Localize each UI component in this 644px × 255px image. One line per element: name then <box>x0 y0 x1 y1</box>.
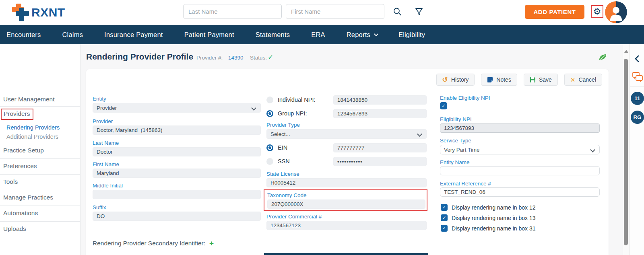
user-avatar[interactable] <box>605 1 627 23</box>
sidebar-item-user-management[interactable]: User Management <box>3 96 55 103</box>
divider <box>0 206 80 206</box>
ssn-field[interactable] <box>333 157 427 166</box>
chevron-down-icon <box>374 32 378 36</box>
first-name-field[interactable] <box>93 169 261 178</box>
chat-icon[interactable] <box>632 72 643 84</box>
sidebar-item-practice-setup[interactable]: Practice Setup <box>3 147 44 154</box>
divider <box>630 86 644 86</box>
sidebar-providers-highlight-box: Providers <box>1 109 33 120</box>
next-section-edge <box>264 253 428 255</box>
divider <box>0 106 80 107</box>
top-header: RXNT ADD PATIENT ⚙ <box>0 0 644 25</box>
group-npi-radio[interactable] <box>266 110 273 117</box>
gear-icon[interactable]: ⚙ <box>593 7 601 16</box>
settings-highlight-box: ⚙ <box>591 5 603 18</box>
nav-eligibility[interactable]: Eligibility <box>398 31 425 39</box>
vertical-scrollbar-thumb[interactable] <box>624 59 628 245</box>
external-reference-label: External Reference # <box>440 181 491 187</box>
notes-button[interactable]: Notes <box>481 74 517 86</box>
state-license-label: State License <box>266 171 299 177</box>
divider <box>0 190 80 190</box>
add-patient-button[interactable]: ADD PATIENT <box>525 5 584 19</box>
provider-commercial-field[interactable] <box>266 221 427 230</box>
card-toolbar: ↺ History Notes Save ✕ Canc <box>436 74 602 86</box>
ein-label: EIN <box>278 144 287 151</box>
last-name-search-input[interactable] <box>183 4 282 19</box>
app-window: RXNT ADD PATIENT ⚙ <box>0 0 644 255</box>
sidebar-item-automations[interactable]: Automations <box>3 210 38 217</box>
check-icon: ✓ <box>442 103 445 109</box>
ein-radio[interactable] <box>266 144 273 151</box>
cancel-button[interactable]: ✕ Cancel <box>564 74 602 86</box>
eligibility-npi-label: Eligibility NPI <box>440 116 472 122</box>
nav-statements[interactable]: Statements <box>256 31 290 39</box>
sidebar-item-preferences[interactable]: Preferences <box>3 162 37 170</box>
display-box-12-checkbox[interactable]: ✓ <box>441 204 448 211</box>
entity-name-field[interactable] <box>440 166 600 175</box>
divider <box>0 221 80 222</box>
nav-insurance-payment[interactable]: Insurance Payment <box>104 31 163 39</box>
middle-initial-field[interactable] <box>93 190 261 199</box>
display-box-31-checkbox[interactable]: ✓ <box>441 225 448 232</box>
sidebar-item-providers[interactable]: Providers <box>4 110 30 117</box>
last-name-field[interactable] <box>93 147 261 156</box>
nav-encounters[interactable]: Encounters <box>6 31 41 39</box>
search-icon[interactable] <box>393 7 402 17</box>
display-box-13-label: Display rendering name in box 13 <box>452 215 536 221</box>
sidebar-item-manage-practices[interactable]: Manage Practices <box>3 194 53 201</box>
add-secondary-identifier-icon[interactable]: + <box>209 239 214 247</box>
individual-npi-radio[interactable] <box>266 97 273 103</box>
save-icon <box>530 77 536 83</box>
nav-era[interactable]: ERA <box>311 31 325 39</box>
status-label: Status: <box>250 55 267 61</box>
taxonomy-code-field[interactable] <box>267 199 425 209</box>
notification-count-badge[interactable]: 11 <box>631 92 644 105</box>
suffix-label: Suffix <box>93 204 106 210</box>
collapse-panel-icon[interactable] <box>634 55 640 62</box>
service-type-select[interactable]: Very Part Time <box>440 145 600 154</box>
group-npi-label: Group NPI: <box>278 110 307 117</box>
rxnt-logo[interactable]: RXNT <box>12 4 65 21</box>
rg-badge[interactable]: RG <box>631 111 644 124</box>
scrollbar-up-arrow[interactable] <box>624 50 628 53</box>
provider-type-label: Provider Type <box>266 122 300 128</box>
first-name-search-input[interactable] <box>286 4 384 19</box>
provider-field[interactable] <box>93 125 261 135</box>
sidebar-item-uploads[interactable]: Uploads <box>3 225 26 232</box>
eligibility-npi-field <box>440 123 600 133</box>
status-check-icon: ✓ <box>268 53 273 62</box>
sidebar-item-tools[interactable]: Tools <box>3 178 18 185</box>
secondary-identifier-row: Rendering Provider Secondary Identifier:… <box>93 239 214 247</box>
check-icon: ✓ <box>442 215 446 220</box>
external-reference-field[interactable] <box>440 187 600 197</box>
save-button[interactable]: Save <box>524 74 558 86</box>
provider-commercial-label: Provider Commercial # <box>266 214 322 220</box>
entity-select[interactable]: Provider <box>93 103 261 113</box>
suffix-field[interactable] <box>93 212 261 221</box>
cancel-x-icon: ✕ <box>570 77 576 83</box>
settings-sidebar: User Management Providers Rendering Prov… <box>0 44 80 255</box>
nav-reports[interactable]: Reports <box>347 31 377 39</box>
sidebar-item-rendering-providers[interactable]: Rendering Providers <box>6 124 60 131</box>
nav-claims[interactable]: Claims <box>62 31 83 39</box>
provider-label: Provider <box>93 118 113 124</box>
filter-icon[interactable] <box>414 7 424 17</box>
individual-npi-field[interactable] <box>333 95 427 105</box>
last-name-label: Last Name <box>93 140 119 146</box>
display-box-13-checkbox[interactable]: ✓ <box>441 214 448 221</box>
nav-patient-payment[interactable]: Patient Payment <box>184 31 234 39</box>
provider-profile-card: ↺ History Notes Save ✕ Canc <box>86 69 609 255</box>
divider <box>0 158 80 159</box>
group-npi-field[interactable] <box>333 109 427 118</box>
provider-type-select[interactable]: Select... <box>266 129 427 139</box>
sidebar-item-additional-providers[interactable]: Additional Providers <box>6 134 58 140</box>
enable-eligibility-checkbox[interactable]: ✓ <box>440 102 447 109</box>
first-name-label: First Name <box>93 161 119 167</box>
ein-field[interactable] <box>333 143 427 152</box>
ssn-radio[interactable] <box>266 158 273 165</box>
individual-npi-label: Individual NPI: <box>278 97 316 103</box>
history-button[interactable]: ↺ History <box>436 74 475 86</box>
taxonomy-code-label: Taxonomy Code <box>267 192 307 198</box>
secondary-identifier-label: Rendering Provider Secondary Identifier: <box>93 240 205 247</box>
state-license-field[interactable] <box>266 178 427 187</box>
